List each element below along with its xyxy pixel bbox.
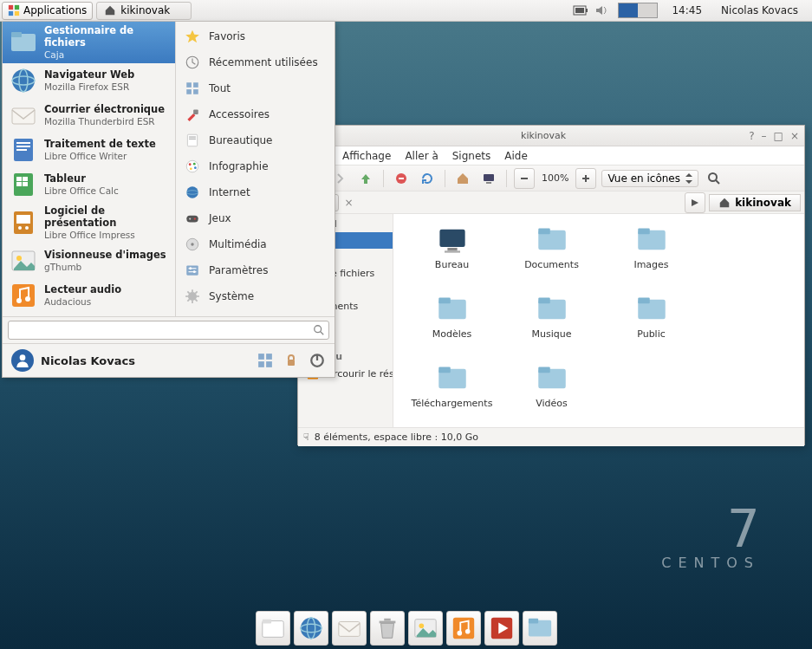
svg-line-91	[187, 299, 189, 301]
star-icon	[185, 29, 200, 44]
tab-close-icon[interactable]: ×	[344, 197, 353, 209]
svg-rect-6	[575, 8, 584, 13]
folder-icon	[631, 294, 672, 325]
folder-icon	[432, 224, 473, 256]
svg-point-67	[186, 160, 198, 172]
user-avatar[interactable]	[11, 349, 34, 372]
favorites-toggle-button[interactable]	[257, 352, 274, 369]
audio-icon	[10, 282, 37, 309]
svg-point-56	[25, 296, 30, 302]
path-segment-home[interactable]: kikinovak	[709, 194, 801, 211]
svg-rect-28	[638, 298, 650, 304]
fm-menu-3[interactable]: Signets	[447, 148, 497, 164]
help-button[interactable]: ?	[749, 130, 754, 142]
dock-globe[interactable]	[294, 611, 328, 646]
folder-modèles[interactable]: Modèles	[402, 294, 502, 363]
svg-rect-65	[189, 137, 196, 138]
app-item-7[interactable]: Lecteur audioAudacious	[3, 278, 175, 313]
folder-images[interactable]: Images	[601, 224, 701, 294]
svg-rect-10	[486, 182, 491, 184]
app-item-4[interactable]: TableurLibre Office Calc	[3, 167, 175, 202]
accessories-icon	[185, 107, 200, 122]
category-item-10[interactable]: Système	[176, 283, 335, 309]
dock-files[interactable]	[256, 611, 290, 646]
volume-icon[interactable]	[594, 3, 609, 18]
svg-rect-60	[193, 82, 198, 88]
close-button[interactable]: ×	[790, 130, 799, 142]
folder-musique[interactable]: Musique	[502, 294, 601, 363]
top-panel: Applications kikinovak 14:45 Nicolas Kov…	[0, 0, 812, 22]
stop-button[interactable]	[391, 168, 412, 189]
app-item-1[interactable]: Navigateur WebMozilla Firefox ESR	[3, 63, 175, 98]
svg-point-76	[194, 217, 196, 219]
folder-icon	[531, 363, 573, 394]
category-item-3[interactable]: Accessoires	[176, 101, 335, 127]
svg-rect-54	[12, 284, 35, 307]
svg-rect-61	[186, 89, 192, 94]
lock-button[interactable]	[283, 352, 300, 369]
dock-folder[interactable]	[523, 611, 557, 646]
folder-bureau[interactable]: Bureau	[402, 224, 502, 294]
category-item-9[interactable]: Paramètres	[176, 257, 335, 283]
fm-icon-view[interactable]: BureauDocumentsImagesModèlesMusiquePubli…	[393, 214, 804, 427]
folder-documents[interactable]: Documents	[502, 224, 601, 294]
category-item-2[interactable]: Tout	[176, 75, 335, 101]
path-toggle-button[interactable]	[685, 192, 705, 213]
category-item-7[interactable]: Jeux	[176, 205, 335, 231]
up-button[interactable]	[355, 168, 376, 189]
category-item-0[interactable]: Favoris	[176, 23, 335, 49]
minimize-button[interactable]: –	[762, 130, 767, 142]
maximize-button[interactable]: □	[774, 130, 783, 142]
appmenu-categories-pane: FavorisRécemment utiliséesToutAccessoire…	[176, 22, 335, 316]
svg-rect-42	[16, 149, 27, 151]
app-item-6[interactable]: Visionneuse d'imagesgThumb	[3, 243, 175, 278]
dock-trash[interactable]	[370, 611, 405, 646]
category-item-8[interactable]: Multimédia	[176, 231, 335, 257]
taskbar-window-button[interactable]: kikinovak	[96, 2, 192, 20]
graphics-icon	[185, 159, 200, 174]
app-item-2[interactable]: Courrier électroniqueMozilla Thunderbird…	[3, 98, 175, 133]
computer-button[interactable]	[478, 168, 499, 189]
fm-titlebar[interactable]: kikinovak ? – □ ×	[298, 126, 804, 146]
svg-rect-98	[288, 360, 295, 366]
app-item-5[interactable]: Logiciel de présentationLibre Office Imp…	[3, 202, 175, 243]
app-item-3[interactable]: Traitement de texteLibre Office Writer	[3, 133, 175, 167]
app-item-subtitle: Mozilla Firefox ESR	[44, 81, 134, 93]
dock-video[interactable]	[484, 611, 519, 646]
category-item-1[interactable]: Récemment utilisées	[176, 49, 335, 75]
app-item-0[interactable]: Gestionnaire de fichiersCaja	[3, 22, 175, 63]
fm-menu-4[interactable]: Aide	[499, 148, 533, 164]
shutdown-button[interactable]	[309, 352, 326, 369]
workspace-2[interactable]	[638, 3, 657, 17]
category-item-6[interactable]: Internet	[176, 179, 335, 205]
svg-rect-47	[23, 182, 28, 186]
dock-image[interactable]	[408, 611, 443, 646]
svg-rect-111	[452, 618, 473, 639]
reload-button[interactable]	[417, 168, 438, 189]
panel-username[interactable]: Nicolas Kovacs	[712, 4, 807, 16]
view-mode-dropdown[interactable]: Vue en icônes	[601, 170, 698, 187]
fm-menu-2[interactable]: Aller à	[400, 148, 443, 164]
folder-public[interactable]: Public	[601, 294, 701, 363]
svg-rect-46	[16, 182, 22, 186]
folder-vidéos[interactable]: Vidéos	[502, 363, 601, 432]
svg-point-93	[20, 354, 26, 360]
svg-rect-96	[258, 361, 264, 367]
category-item-5[interactable]: Infographie	[176, 153, 335, 179]
home-button[interactable]	[452, 168, 473, 189]
zoom-out-button[interactable]	[514, 168, 535, 189]
workspace-switcher[interactable]	[618, 3, 658, 18]
search-button[interactable]	[704, 168, 724, 189]
appmenu-apps-pane: Gestionnaire de fichiersCajaNavigateur W…	[3, 22, 176, 316]
fm-menu-1[interactable]: Affichage	[337, 148, 396, 164]
dock-audio[interactable]	[446, 611, 481, 646]
folder-téléchargements[interactable]: Téléchargements	[402, 363, 502, 432]
category-item-4[interactable]: Bureautique	[176, 127, 335, 153]
zoom-in-button[interactable]	[575, 168, 596, 189]
appmenu-search-input[interactable]	[8, 321, 329, 340]
workspace-1[interactable]	[619, 3, 638, 17]
applications-button[interactable]: Applications	[2, 2, 93, 20]
dock-mail[interactable]	[332, 611, 367, 646]
battery-icon[interactable]	[573, 3, 588, 18]
clock[interactable]: 14:45	[666, 4, 707, 16]
